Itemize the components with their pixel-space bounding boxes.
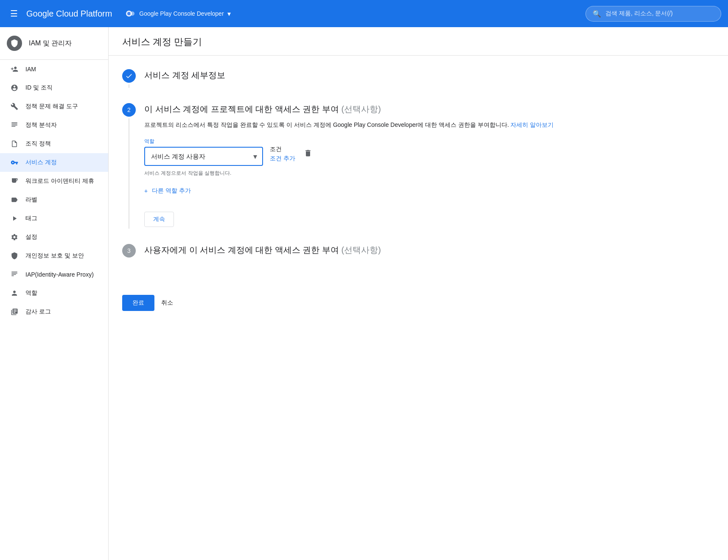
cancel-button[interactable]: 취소 [161,295,173,311]
step2-indicator: 2 [122,103,136,230]
add-role-button[interactable]: + 다른 역할 추가 [144,184,191,198]
sidebar-label-workload-identity: 워크로드 아이덴티티 제휴 [25,177,94,185]
step1-circle [122,69,136,83]
sidebar-label-privacy-security: 개인정보 보호 및 보안 [25,252,84,260]
condition-label: 조건 [270,146,295,153]
condition-field: 조건 조건 추가 [270,138,295,162]
sidebar-label-policy-fix: 정책 문제 해결 도구 [25,103,78,110]
learn-more-link[interactable]: 자세히 알아보기 [510,121,554,128]
iam-admin-icon [7,36,22,51]
sidebar-label-labels: 라벨 [25,196,37,204]
policy-fix-icon [10,102,19,111]
project-selector[interactable]: Google Play Console Developer ▾ [120,6,235,22]
role-section: 역할 서비스 계정 사용자 ▾ 서비스 계정으로서 작업을 실행합니다. [144,138,714,177]
sidebar-label-tags: 태그 [25,215,37,222]
sidebar-label-iam: IAM [25,66,36,73]
sidebar-item-org-policy[interactable]: 조직 정책 [0,134,108,153]
role-select[interactable]: 서비스 계정 사용자 [145,148,262,165]
add-role-label: 다른 역할 추가 [152,187,191,195]
roles-icon [10,289,19,297]
sidebar-item-policy-fix[interactable]: 정책 문제 해결 도구 [0,97,108,116]
sidebar-label-roles: 역할 [25,289,37,297]
policy-analyst-icon [10,121,19,129]
sidebar-label-iap: IAP(Identity-Aware Proxy) [25,271,94,278]
sidebar-label-service-account: 서비스 계정 [25,159,57,166]
sidebar-item-policy-analyst[interactable]: 정책 분석자 [0,116,108,134]
search-icon: 🔍 [593,10,601,18]
labels-icon [10,196,19,204]
page-title: 서비스 계정 만들기 [109,27,728,56]
sidebar-label-settings: 설정 [25,233,37,241]
hamburger-menu-icon[interactable]: ☰ [7,5,21,22]
audit-log-icon [10,308,19,316]
step3-optional: (선택사항) [341,245,381,255]
brand-title: Google Cloud Platform [26,9,112,19]
svg-point-2 [130,11,134,16]
sidebar-item-service-account[interactable]: 서비스 계정 [0,153,108,172]
sidebar-item-tags[interactable]: 태그 [0,209,108,228]
role-field-label: 역할 [144,138,263,145]
step1-line [129,84,129,88]
add-role-icon: + [144,188,148,194]
svg-point-1 [127,12,131,15]
settings-icon [10,233,19,241]
step2-description: 프로젝트의 리소스에서 특정 작업을 완료할 수 있도록 이 서비스 계정에 G… [144,120,714,129]
role-select-hint: 서비스 계정으로서 작업을 실행합니다. [144,169,263,177]
bottom-actions: 완료 취소 [109,291,728,325]
step-1: 서비스 계정 세부정보 [122,69,714,90]
step2-line [129,118,129,229]
sidebar-label-policy-analyst: 정책 분석자 [25,121,57,129]
step2-content: 이 서비스 계정에 프로젝트에 대한 액세스 권한 부여 (선택사항) 프로젝트… [144,103,714,230]
project-name: Google Play Console Developer [139,10,224,17]
step1-indicator [122,69,136,90]
trash-icon [304,149,312,157]
condition-add-link[interactable]: 조건 추가 [270,155,295,162]
tags-icon [10,214,19,223]
sidebar-item-privacy-security[interactable]: 개인정보 보호 및 보안 [0,246,108,265]
search-bar[interactable]: 🔍 검색 제품, 리소스, 문서(/) [585,6,721,22]
project-selector-chevron: ▾ [227,10,231,18]
step2-title: 이 서비스 계정에 프로젝트에 대한 액세스 권한 부여 (선택사항) [144,103,714,115]
sidebar-item-id-org[interactable]: ID 및 조직 [0,78,108,97]
org-policy-icon [10,140,19,148]
sidebar: IAM 및 관리자 IAM ID 및 조직 정책 문제 해결 도구 정 [0,27,109,560]
sidebar-label-audit-log: 감사 로그 [25,308,51,316]
step-3: 3 사용자에게 이 서비스 계정에 대한 액세스 권한 부여 (선택사항) [122,244,714,264]
sidebar-section-title: IAM 및 관리자 [29,39,72,48]
service-account-icon [10,158,19,167]
sidebar-header: IAM 및 관리자 [0,27,108,60]
privacy-security-icon [10,252,19,260]
id-org-icon [10,84,19,92]
sidebar-item-iap[interactable]: IAP(Identity-Aware Proxy) [0,265,108,284]
step1-title: 서비스 계정 세부정보 [144,69,714,81]
done-button[interactable]: 완료 [122,295,154,311]
search-placeholder-text: 검색 제품, 리소스, 문서(/) [605,10,673,17]
delete-role-button[interactable] [302,147,314,161]
role-field: 역할 서비스 계정 사용자 ▾ 서비스 계정으로서 작업을 실행합니다. [144,138,263,177]
step1-content: 서비스 계정 세부정보 [144,69,714,90]
step3-circle: 3 [122,244,136,258]
main-content: 서비스 계정 만들기 서비스 계정 세부정보 2 [109,27,728,560]
step2-optional: (선택사항) [341,104,381,114]
step3-content: 사용자에게 이 서비스 계정에 대한 액세스 권한 부여 (선택사항) [144,244,714,264]
sidebar-item-audit-log[interactable]: 감사 로그 [0,302,108,321]
top-navigation: ☰ Google Cloud Platform Google Play Cons… [0,0,728,27]
step2-circle: 2 [122,103,136,117]
step3-title: 사용자에게 이 서비스 계정에 대한 액세스 권한 부여 (선택사항) [144,244,714,256]
iap-icon [10,270,19,279]
sidebar-item-workload-identity[interactable]: 워크로드 아이덴티티 제휴 [0,172,108,190]
role-select-wrapper: 서비스 계정 사용자 ▾ [144,147,263,166]
sidebar-label-org-policy: 조직 정책 [25,140,51,148]
project-dots-icon [125,8,136,19]
continue-button[interactable]: 계속 [144,212,174,227]
workload-identity-icon [10,177,19,185]
iam-icon [10,65,19,73]
step3-indicator: 3 [122,244,136,264]
sidebar-item-iam[interactable]: IAM [0,60,108,78]
sidebar-item-settings[interactable]: 설정 [0,228,108,246]
sidebar-label-id-org: ID 및 조직 [25,84,53,92]
sidebar-item-roles[interactable]: 역할 [0,284,108,302]
sidebar-item-labels[interactable]: 라벨 [0,190,108,209]
role-row: 역할 서비스 계정 사용자 ▾ 서비스 계정으로서 작업을 실행합니다. [144,138,714,177]
step-2: 2 이 서비스 계정에 프로젝트에 대한 액세스 권한 부여 (선택사항) 프로… [122,103,714,230]
